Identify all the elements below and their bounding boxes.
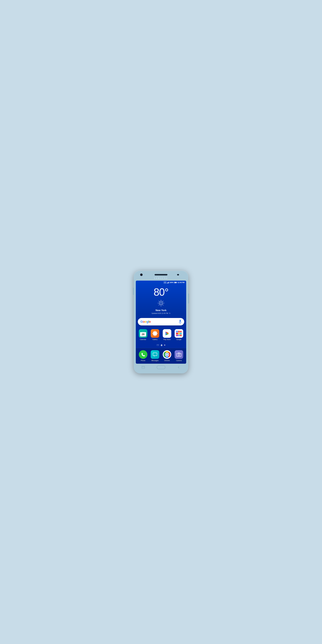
messages-svg bbox=[152, 352, 158, 357]
svg-point-31 bbox=[180, 354, 180, 354]
app-play-store[interactable]: Play Store bbox=[162, 329, 172, 340]
phone-icon bbox=[139, 350, 148, 359]
voice-search-button[interactable] bbox=[179, 320, 182, 324]
city-name: New York bbox=[139, 309, 183, 312]
svg-line-5 bbox=[159, 301, 160, 302]
calendar-label: Calendar bbox=[140, 338, 146, 340]
messages-icon bbox=[151, 350, 159, 359]
temperature-display: 80° bbox=[139, 287, 183, 297]
status-bar-right: 4G 100% 12:45 PM bbox=[164, 282, 184, 284]
dock-chrome[interactable]: Chrome bbox=[162, 350, 172, 362]
play-store-svg bbox=[164, 331, 170, 336]
svg-rect-24 bbox=[153, 353, 157, 356]
phone-top bbox=[136, 273, 186, 277]
phone-svg bbox=[140, 352, 146, 357]
page-dot-1 bbox=[164, 345, 165, 346]
battery-icon bbox=[174, 282, 177, 283]
clock: 12:45 PM bbox=[178, 282, 184, 283]
status-bar: 4G 100% 12:45 PM bbox=[136, 280, 186, 284]
phone-label: Phone bbox=[141, 360, 146, 362]
battery-percent: 100% bbox=[170, 282, 174, 283]
gallery-label: Gallery bbox=[152, 338, 158, 340]
updated-time: Updated 6/28 12:45 PM ↻ bbox=[139, 312, 183, 314]
dock: Phone Messages bbox=[136, 348, 186, 364]
page-indicators bbox=[136, 343, 186, 348]
gallery-icon bbox=[151, 329, 159, 338]
flower-svg bbox=[152, 331, 158, 336]
app-calendar[interactable]: 28 Calendar bbox=[138, 329, 148, 340]
dock-phone[interactable]: Phone bbox=[138, 350, 148, 362]
svg-point-30 bbox=[178, 354, 180, 356]
phone-device: SAMSUNG 4G 100% bbox=[134, 270, 188, 374]
app-grid: 28 Calendar bbox=[136, 328, 186, 343]
messages-label: Messages bbox=[152, 360, 158, 362]
recents-button[interactable] bbox=[142, 366, 145, 368]
home-button[interactable] bbox=[157, 366, 165, 369]
svg-line-6 bbox=[162, 304, 163, 305]
refresh-icon: ↻ bbox=[169, 312, 170, 314]
weather-widget[interactable]: 80° New York Updated 6/2 bbox=[136, 284, 186, 316]
svg-rect-9 bbox=[180, 320, 181, 322]
back-button[interactable] bbox=[177, 366, 180, 368]
chrome-label: Chrome bbox=[164, 360, 170, 362]
svg-point-28 bbox=[166, 354, 168, 355]
play-store-icon bbox=[163, 329, 171, 338]
svg-line-7 bbox=[162, 301, 163, 302]
calendar-icon: 28 bbox=[139, 329, 148, 338]
recents-icon bbox=[142, 366, 145, 368]
play-store-label: Play Store bbox=[163, 338, 170, 340]
svg-rect-32 bbox=[142, 366, 145, 368]
camera-label: Camera bbox=[176, 360, 182, 362]
recents-indicator bbox=[157, 344, 159, 346]
calendar-date: 28 bbox=[140, 332, 146, 336]
network-badge: 4G bbox=[164, 282, 166, 284]
speaker-grille bbox=[154, 274, 168, 276]
svg-line-8 bbox=[159, 304, 160, 305]
camera-svg bbox=[176, 352, 182, 357]
dock-camera[interactable]: Camera bbox=[174, 350, 184, 362]
front-camera bbox=[140, 274, 143, 276]
brand-logo: SAMSUNG bbox=[136, 277, 186, 280]
home-indicator bbox=[160, 344, 162, 346]
phone-screen: 4G 100% 12:45 PM 8 bbox=[136, 280, 186, 364]
google-folder-icon: G M 📍 ▶ ▲ ☎ ▶ 💬 + bbox=[174, 329, 183, 338]
google-search-bar[interactable]: Google bbox=[138, 318, 184, 326]
chrome-icon bbox=[163, 350, 171, 359]
google-folder-label: Google bbox=[176, 338, 182, 340]
svg-point-0 bbox=[160, 302, 162, 304]
dock-messages[interactable]: Messages bbox=[150, 350, 160, 362]
chrome-svg bbox=[164, 351, 170, 358]
app-google-folder[interactable]: G M 📍 ▶ ▲ ☎ ▶ 💬 + Google bbox=[174, 329, 184, 340]
camera-icon bbox=[174, 350, 183, 359]
svg-rect-22 bbox=[157, 344, 159, 346]
google-logo: Google bbox=[140, 320, 151, 324]
signal-icon bbox=[167, 282, 169, 283]
weather-icon bbox=[158, 300, 164, 307]
sun-svg bbox=[158, 299, 164, 307]
svg-point-20 bbox=[154, 333, 156, 334]
back-icon bbox=[177, 366, 180, 368]
app-gallery[interactable]: Gallery bbox=[150, 329, 160, 340]
mic-svg bbox=[179, 320, 182, 324]
hardware-nav bbox=[136, 364, 186, 370]
sensor bbox=[177, 274, 179, 276]
